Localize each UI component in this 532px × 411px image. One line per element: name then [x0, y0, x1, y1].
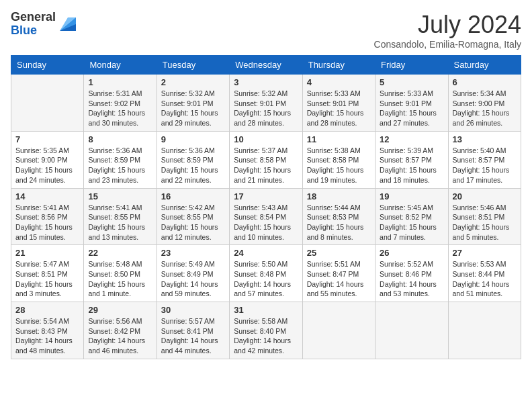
day-info: Sunrise: 5:46 AM Sunset: 8:51 PM Dayligh…: [453, 203, 517, 242]
day-info: Sunrise: 5:45 AM Sunset: 8:52 PM Dayligh…: [380, 203, 443, 242]
week-row-5: 28Sunrise: 5:54 AM Sunset: 8:43 PM Dayli…: [11, 302, 521, 359]
day-info: Sunrise: 5:42 AM Sunset: 8:55 PM Dayligh…: [161, 203, 225, 242]
day-cell: 14Sunrise: 5:41 AM Sunset: 8:56 PM Dayli…: [11, 188, 84, 245]
day-cell: 25Sunrise: 5:51 AM Sunset: 8:47 PM Dayli…: [302, 245, 375, 302]
day-number: 8: [88, 134, 152, 144]
day-number: 13: [453, 134, 517, 144]
day-info: Sunrise: 5:52 AM Sunset: 8:46 PM Dayligh…: [380, 259, 443, 299]
day-info: Sunrise: 5:32 AM Sunset: 9:01 PM Dayligh…: [234, 89, 298, 128]
day-info: Sunrise: 5:40 AM Sunset: 8:57 PM Dayligh…: [453, 146, 517, 185]
day-number: 29: [88, 305, 152, 315]
day-number: 28: [15, 305, 79, 315]
day-number: 1: [88, 77, 152, 87]
day-cell: 16Sunrise: 5:42 AM Sunset: 8:55 PM Dayli…: [157, 188, 229, 245]
day-info: Sunrise: 5:38 AM Sunset: 8:58 PM Dayligh…: [307, 146, 371, 185]
day-cell: 7Sunrise: 5:35 AM Sunset: 9:00 PM Daylig…: [11, 131, 84, 188]
day-number: 31: [234, 305, 298, 315]
day-info: Sunrise: 5:41 AM Sunset: 8:55 PM Dayligh…: [88, 203, 152, 242]
day-cell: [375, 302, 448, 359]
day-number: 5: [380, 77, 443, 87]
day-cell: [448, 302, 521, 359]
day-cell: 9Sunrise: 5:36 AM Sunset: 8:59 PM Daylig…: [157, 131, 229, 188]
day-cell: 30Sunrise: 5:57 AM Sunset: 8:41 PM Dayli…: [157, 302, 229, 359]
day-cell: 28Sunrise: 5:54 AM Sunset: 8:43 PM Dayli…: [11, 302, 84, 359]
day-info: Sunrise: 5:57 AM Sunset: 8:41 PM Dayligh…: [161, 316, 225, 356]
day-info: Sunrise: 5:33 AM Sunset: 9:01 PM Dayligh…: [307, 89, 371, 128]
day-cell: 18Sunrise: 5:44 AM Sunset: 8:53 PM Dayli…: [302, 188, 375, 245]
day-number: 11: [307, 134, 371, 144]
day-number: 26: [380, 248, 443, 258]
day-number: 14: [15, 191, 79, 201]
header-row: SundayMondayTuesdayWednesdayThursdayFrid…: [11, 56, 521, 75]
day-info: Sunrise: 5:56 AM Sunset: 8:42 PM Dayligh…: [88, 316, 152, 356]
day-cell: 8Sunrise: 5:36 AM Sunset: 8:59 PM Daylig…: [84, 131, 157, 188]
day-cell: 31Sunrise: 5:58 AM Sunset: 8:40 PM Dayli…: [230, 302, 302, 359]
day-info: Sunrise: 5:47 AM Sunset: 8:51 PM Dayligh…: [15, 259, 79, 299]
day-info: Sunrise: 5:49 AM Sunset: 8:49 PM Dayligh…: [161, 259, 225, 299]
day-number: 15: [88, 191, 152, 201]
day-number: 12: [380, 134, 443, 144]
day-info: Sunrise: 5:43 AM Sunset: 8:54 PM Dayligh…: [234, 203, 298, 242]
day-info: Sunrise: 5:35 AM Sunset: 9:00 PM Dayligh…: [15, 146, 79, 185]
calendar-header: SundayMondayTuesdayWednesdayThursdayFrid…: [11, 56, 521, 75]
header-day-saturday: Saturday: [448, 56, 521, 75]
logo-general: General: [11, 10, 56, 24]
day-number: 6: [453, 77, 517, 87]
day-number: 20: [453, 191, 517, 201]
header-day-tuesday: Tuesday: [157, 56, 229, 75]
day-cell: 2Sunrise: 5:32 AM Sunset: 9:01 PM Daylig…: [157, 75, 229, 132]
day-number: 22: [88, 248, 152, 258]
day-cell: 1Sunrise: 5:31 AM Sunset: 9:02 PM Daylig…: [84, 75, 157, 132]
day-cell: 11Sunrise: 5:38 AM Sunset: 8:58 PM Dayli…: [302, 131, 375, 188]
day-number: 27: [453, 248, 517, 258]
day-info: Sunrise: 5:37 AM Sunset: 8:58 PM Dayligh…: [234, 146, 298, 185]
page-header: General Blue July 2024 Consandolo, Emili…: [11, 11, 521, 50]
week-row-1: 1Sunrise: 5:31 AM Sunset: 9:02 PM Daylig…: [11, 75, 521, 132]
day-cell: 23Sunrise: 5:49 AM Sunset: 8:49 PM Dayli…: [157, 245, 229, 302]
day-number: 25: [307, 248, 371, 258]
header-day-wednesday: Wednesday: [230, 56, 302, 75]
day-cell: 10Sunrise: 5:37 AM Sunset: 8:58 PM Dayli…: [230, 131, 302, 188]
week-row-4: 21Sunrise: 5:47 AM Sunset: 8:51 PM Dayli…: [11, 245, 521, 302]
day-number: 21: [15, 248, 79, 258]
day-info: Sunrise: 5:39 AM Sunset: 8:57 PM Dayligh…: [380, 146, 443, 185]
day-cell: 17Sunrise: 5:43 AM Sunset: 8:54 PM Dayli…: [230, 188, 302, 245]
day-number: 19: [380, 191, 443, 201]
day-info: Sunrise: 5:44 AM Sunset: 8:53 PM Dayligh…: [307, 203, 371, 242]
day-cell: 29Sunrise: 5:56 AM Sunset: 8:42 PM Dayli…: [84, 302, 157, 359]
day-number: 30: [161, 305, 225, 315]
day-info: Sunrise: 5:36 AM Sunset: 8:59 PM Dayligh…: [161, 146, 225, 185]
day-number: 4: [307, 77, 371, 87]
header-day-thursday: Thursday: [302, 56, 375, 75]
day-number: 10: [234, 134, 298, 144]
day-cell: 27Sunrise: 5:53 AM Sunset: 8:44 PM Dayli…: [448, 245, 521, 302]
day-cell: 24Sunrise: 5:50 AM Sunset: 8:48 PM Dayli…: [230, 245, 302, 302]
day-number: 2: [161, 77, 225, 87]
week-row-3: 14Sunrise: 5:41 AM Sunset: 8:56 PM Dayli…: [11, 188, 521, 245]
header-day-sunday: Sunday: [11, 56, 84, 75]
day-number: 7: [15, 134, 79, 144]
day-info: Sunrise: 5:58 AM Sunset: 8:40 PM Dayligh…: [234, 316, 298, 356]
day-info: Sunrise: 5:50 AM Sunset: 8:48 PM Dayligh…: [234, 259, 298, 299]
day-info: Sunrise: 5:33 AM Sunset: 9:01 PM Dayligh…: [380, 89, 443, 128]
day-number: 3: [234, 77, 298, 87]
day-number: 17: [234, 191, 298, 201]
day-info: Sunrise: 5:51 AM Sunset: 8:47 PM Dayligh…: [307, 259, 371, 299]
day-info: Sunrise: 5:53 AM Sunset: 8:44 PM Dayligh…: [453, 259, 517, 299]
header-day-friday: Friday: [375, 56, 448, 75]
day-cell: 19Sunrise: 5:45 AM Sunset: 8:52 PM Dayli…: [375, 188, 448, 245]
day-info: Sunrise: 5:32 AM Sunset: 9:01 PM Dayligh…: [161, 89, 225, 128]
day-info: Sunrise: 5:31 AM Sunset: 9:02 PM Dayligh…: [88, 89, 152, 128]
day-cell: [11, 75, 84, 132]
day-cell: 3Sunrise: 5:32 AM Sunset: 9:01 PM Daylig…: [230, 75, 302, 132]
day-cell: 20Sunrise: 5:46 AM Sunset: 8:51 PM Dayli…: [448, 188, 521, 245]
header-day-monday: Monday: [84, 56, 157, 75]
day-number: 9: [161, 134, 225, 144]
week-row-2: 7Sunrise: 5:35 AM Sunset: 9:00 PM Daylig…: [11, 131, 521, 188]
logo-icon: [57, 15, 76, 34]
logo-blue: Blue: [11, 24, 37, 37]
day-number: 24: [234, 248, 298, 258]
day-cell: 15Sunrise: 5:41 AM Sunset: 8:55 PM Dayli…: [84, 188, 157, 245]
day-info: Sunrise: 5:36 AM Sunset: 8:59 PM Dayligh…: [88, 146, 152, 185]
day-cell: 26Sunrise: 5:52 AM Sunset: 8:46 PM Dayli…: [375, 245, 448, 302]
